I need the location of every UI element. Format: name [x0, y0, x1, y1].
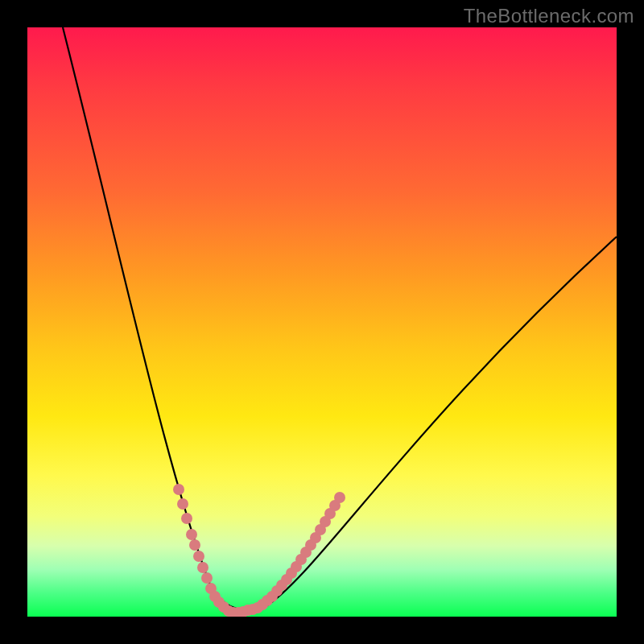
bottleneck-curve	[63, 27, 617, 610]
marker-dot	[186, 529, 197, 540]
marker-dot	[334, 492, 345, 503]
plot-area	[27, 27, 617, 617]
marker-dot	[173, 484, 184, 495]
marker-dot	[177, 498, 188, 510]
marker-group	[173, 484, 345, 617]
marker-dot	[193, 551, 204, 562]
marker-dot	[197, 562, 208, 573]
curve-svg	[27, 27, 617, 617]
marker-dot	[189, 539, 200, 551]
chart-frame: TheBottleneck.com	[0, 0, 644, 644]
marker-dot	[181, 513, 192, 524]
watermark-text: TheBottleneck.com	[464, 5, 634, 27]
marker-dot	[201, 572, 213, 584]
